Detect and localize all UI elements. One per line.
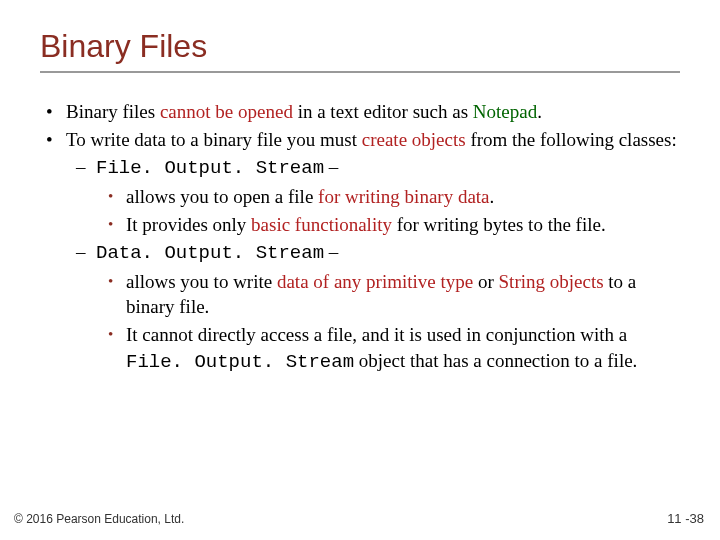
- text: –: [324, 241, 338, 262]
- subbullet-fileoutputstream: File. Output. Stream –: [40, 154, 680, 182]
- text: It provides only: [126, 214, 251, 235]
- text-highlight: for writing binary data: [318, 186, 489, 207]
- text: for writing bytes to the file.: [392, 214, 606, 235]
- text: –: [324, 156, 338, 177]
- text: It cannot directly access a file, and it…: [126, 324, 627, 345]
- subsubbullet: It provides only basic functionality for…: [40, 212, 680, 238]
- code-class-name: File. Output. Stream: [126, 351, 354, 373]
- text: Binary files: [66, 101, 160, 122]
- text-highlight: String objects: [499, 271, 604, 292]
- subsubbullet: allows you to write data of any primitiv…: [40, 269, 680, 320]
- bullet-1: Binary files cannot be opened in a text …: [40, 99, 680, 125]
- text: from the following classes:: [466, 129, 677, 150]
- text: or: [473, 271, 498, 292]
- text: allows you to write: [126, 271, 277, 292]
- text-highlight: basic functionality: [251, 214, 392, 235]
- text: allows you to open a file: [126, 186, 318, 207]
- subsubbullet: allows you to open a file for writing bi…: [40, 184, 680, 210]
- bullet-2: To write data to a binary file you must …: [40, 127, 680, 153]
- text-highlight: data of any primitive type: [277, 271, 473, 292]
- footer-copyright: © 2016 Pearson Education, Ltd.: [14, 512, 184, 526]
- slide-title: Binary Files: [40, 28, 680, 73]
- text: .: [537, 101, 542, 122]
- text: in a text editor such as: [293, 101, 473, 122]
- footer-page-number: 11 -38: [667, 511, 704, 526]
- text-app-name: Notepad: [473, 101, 537, 122]
- text: object that has a connection to a file.: [354, 350, 637, 371]
- text: To write data to a binary file you must: [66, 129, 362, 150]
- text-highlight: create objects: [362, 129, 466, 150]
- slide-content: Binary files cannot be opened in a text …: [40, 99, 680, 375]
- slide: Binary Files Binary files cannot be open…: [0, 0, 720, 540]
- subbullet-dataoutputstream: Data. Output. Stream –: [40, 239, 680, 267]
- code-class-name: File. Output. Stream: [96, 157, 324, 179]
- text: .: [490, 186, 495, 207]
- subsubbullet: It cannot directly access a file, and it…: [40, 322, 680, 375]
- text-highlight: cannot be opened: [160, 101, 293, 122]
- code-class-name: Data. Output. Stream: [96, 242, 324, 264]
